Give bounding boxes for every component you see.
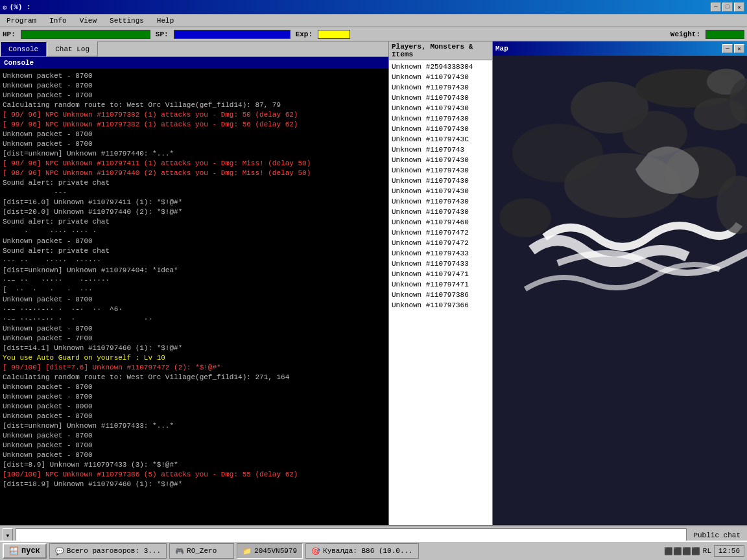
- console-line: Unknown packet - 8700: [3, 382, 386, 392]
- right-top: Players, Monsters & Items Unknown #25943…: [389, 41, 747, 525]
- players-list[interactable]: Unknown #2594338304Unknown #110797430Unk…: [389, 60, 492, 525]
- ro-label: RO_Zero: [187, 547, 217, 555]
- player-item[interactable]: Unknown #110797430: [390, 113, 491, 124]
- folder-icon: 📁: [243, 547, 252, 555]
- menu-program[interactable]: Program: [3, 16, 40, 26]
- console-line: ·-– ··-··-·· · · ··: [3, 314, 386, 324]
- console-line: [dist=16.0] Unknown #110797411 (1): *$!@…: [3, 198, 386, 207]
- player-item[interactable]: Unknown #110797430: [390, 124, 491, 134]
- start-label: пуск: [21, 546, 40, 555]
- console-line: Sound alert: private chat: [3, 217, 386, 227]
- menu-settings[interactable]: Settings: [106, 16, 148, 26]
- player-item[interactable]: Unknown #110797430: [390, 93, 491, 103]
- taskbar-conversations[interactable]: 💬 Всего разговоров: 3...: [49, 543, 167, 559]
- player-item[interactable]: Unknown #110797430: [390, 176, 491, 186]
- map-panel: Map ─ ✕: [493, 41, 747, 525]
- taskbar-right: ⬛⬛⬛⬛ RL 12:56: [664, 545, 744, 557]
- map-title: Map: [495, 45, 508, 52]
- console-line: [dist=unknown] Unknown #110797440: *...*: [3, 149, 386, 159]
- hp-bar: [21, 30, 150, 39]
- console-line: Unknown packet - 8700: [3, 441, 386, 450]
- console-line: Unknown packet - 8700: [3, 139, 386, 149]
- player-item[interactable]: Unknown #110797430: [390, 72, 491, 82]
- console-line: [100/100] NPC Unknown #110797386 (5) att…: [3, 470, 386, 480]
- tab-chatlog[interactable]: Chat Log: [47, 41, 98, 56]
- sp-label: SP:: [156, 30, 169, 38]
- map-controls: ─ ✕: [722, 44, 744, 53]
- taskbar-kuvalda[interactable]: 🎯 Кувалда: B86 (10.0...: [305, 543, 419, 559]
- player-item[interactable]: Unknown #110797430: [390, 196, 491, 207]
- conversations-icon: 💬: [55, 547, 64, 555]
- console-line: [ 98/ 96] NPC Unknown #110797440 (2) att…: [3, 169, 386, 178]
- map-minimize[interactable]: ─: [722, 44, 733, 53]
- player-item[interactable]: Unknown #110797472: [390, 228, 491, 238]
- console-line: Unknown packet - 8700: [3, 392, 386, 402]
- console-output[interactable]: Unknown packet - 8700Unknown packet - 87…: [0, 69, 388, 525]
- taskbar-ro-zero[interactable]: 🎮 RO_Zero: [169, 543, 234, 559]
- sp-bar: [174, 30, 290, 39]
- taskbar-2045vn[interactable]: 📁 2045VN5979: [237, 543, 303, 559]
- console-line: You use Auto Guard on yourself : Lv 10: [3, 353, 386, 363]
- hp-label: HP:: [3, 30, 16, 38]
- close-button[interactable]: ✕: [734, 3, 744, 12]
- console-line: Unknown packet - 8700: [3, 130, 386, 139]
- player-item[interactable]: Unknown #110797433: [390, 248, 491, 259]
- map-close[interactable]: ✕: [734, 44, 744, 53]
- player-item[interactable]: Unknown #110797430: [390, 186, 491, 196]
- player-item[interactable]: Unknown #110797471: [390, 279, 491, 290]
- player-item[interactable]: Unknown #110797430: [390, 207, 491, 217]
- window-title: (%) :: [10, 3, 31, 11]
- console-line: Unknown packet - 8700: [3, 71, 386, 81]
- title-bar-left: ⚙ (%) :: [3, 3, 31, 12]
- console-line: Unknown packet - 8700: [3, 81, 386, 91]
- player-item[interactable]: Unknown #110797386: [390, 290, 491, 300]
- player-item[interactable]: Unknown #110797430: [390, 155, 491, 165]
- player-item[interactable]: Unknown #110797472: [390, 238, 491, 248]
- console-line: [ 98/ 96] NPC Unknown #110797411 (1) att…: [3, 159, 386, 169]
- kuvalda-label: Кувалда: B86 (10.0...: [323, 547, 413, 555]
- right-panel: Players, Monsters & Items Unknown #25943…: [389, 41, 747, 525]
- console-line: Sound alert: private chat: [3, 178, 386, 188]
- console-line: [dist=unknown] Unknown #110797404: *Idea…: [3, 266, 386, 275]
- maximize-button[interactable]: □: [722, 3, 733, 12]
- player-item[interactable]: Unknown #110797430: [390, 82, 491, 93]
- console-line: Unknown packet - 7F00: [3, 334, 386, 344]
- menu-bar: Program Info View Settings Help: [0, 14, 747, 27]
- player-item[interactable]: Unknown #110797471: [390, 269, 491, 279]
- tab-console[interactable]: Console: [0, 41, 47, 56]
- svg-point-8: [499, 198, 551, 237]
- exp-label: Exp:: [296, 30, 313, 38]
- menu-help[interactable]: Help: [153, 16, 178, 26]
- player-item[interactable]: Unknown #110797366: [390, 300, 491, 310]
- game-icon: 🎯: [311, 547, 320, 555]
- main-area: Console Chat Log Console Unknown packet …: [0, 41, 747, 525]
- player-item[interactable]: Unknown #110797430: [390, 103, 491, 113]
- menu-info[interactable]: Info: [45, 16, 70, 26]
- console-line: Unknown packet - 8700: [3, 91, 386, 100]
- console-line: ·-– ·· ····· ·-·····: [3, 275, 386, 285]
- player-item[interactable]: Unknown #11079743: [390, 145, 491, 155]
- player-item[interactable]: Unknown #110797460: [390, 217, 491, 228]
- console-line: ---: [3, 188, 386, 198]
- player-item[interactable]: Unknown #110797433: [390, 259, 491, 269]
- console-line: Unknown packet - 8700: [3, 412, 386, 421]
- ro-icon: 🎮: [175, 547, 184, 555]
- console-line: [dist=8.9] Unknown #110797433 (3): *$!@#…: [3, 460, 386, 470]
- player-item[interactable]: Unknown #11079743C: [390, 134, 491, 145]
- conversations-label: Всего разговоров: 3...: [67, 547, 161, 555]
- status-bar: HP: SP: Exp: Weight:: [0, 27, 747, 41]
- console-line: [dist=unknown] Unknown #110797433: *...*: [3, 421, 386, 431]
- public-chat-label: Public chat: [689, 530, 744, 541]
- map-titlebar: Map ─ ✕: [493, 41, 747, 56]
- console-line: ·-- ·· ····· ·-····: [3, 256, 386, 266]
- tray-icons: ⬛⬛⬛⬛: [664, 547, 700, 555]
- console-line: Unknown packet - 8700: [3, 431, 386, 441]
- console-line: Unknown packet - 8700: [3, 324, 386, 334]
- menu-view[interactable]: View: [76, 16, 101, 26]
- minimize-button[interactable]: ─: [711, 3, 721, 12]
- lang-indicator: RL: [703, 547, 711, 555]
- player-item[interactable]: Unknown #2594338304: [390, 62, 491, 72]
- start-button[interactable]: 🪟 пуск: [3, 543, 47, 559]
- player-item[interactable]: Unknown #110797430: [390, 165, 491, 176]
- players-panel: Players, Monsters & Items Unknown #25943…: [389, 41, 493, 525]
